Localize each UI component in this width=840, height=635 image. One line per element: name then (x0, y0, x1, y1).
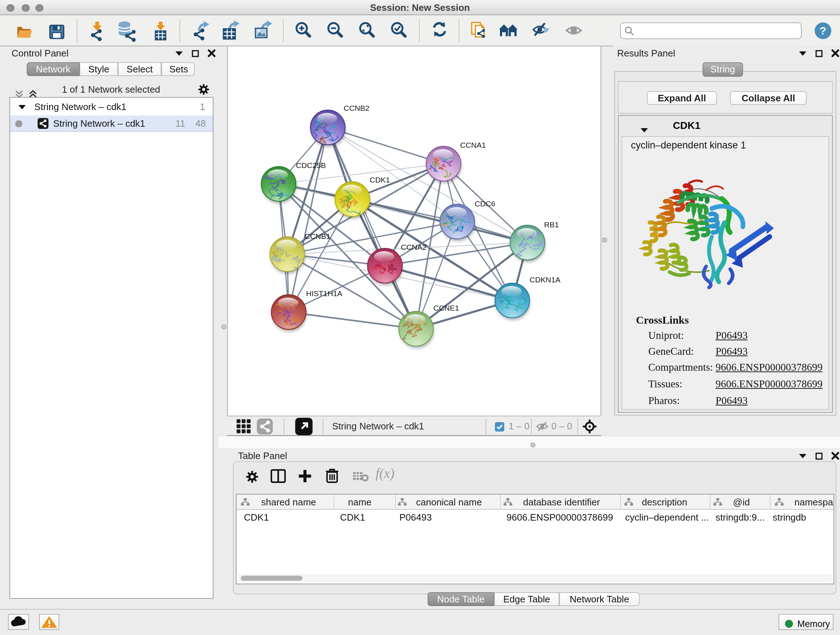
svg-text:HIST1H1A: HIST1H1A (306, 289, 342, 298)
svg-text:CDC6: CDC6 (475, 200, 495, 208)
svg-text:CDKN1A: CDKN1A (530, 276, 561, 284)
svg-text:RB1: RB1 (544, 220, 559, 229)
svg-text:CDC25B: CDC25B (296, 161, 326, 169)
svg-text:CCNA2: CCNA2 (401, 243, 426, 251)
svg-text:CCNA1: CCNA1 (460, 141, 486, 149)
svg-text:CCNB1: CCNB1 (305, 232, 330, 241)
svg-text:CCNE1: CCNE1 (433, 304, 459, 312)
svg-text:?: ? (820, 25, 826, 36)
svg-text:CDK1: CDK1 (370, 176, 390, 184)
svg-text:CCNB2: CCNB2 (344, 104, 369, 112)
